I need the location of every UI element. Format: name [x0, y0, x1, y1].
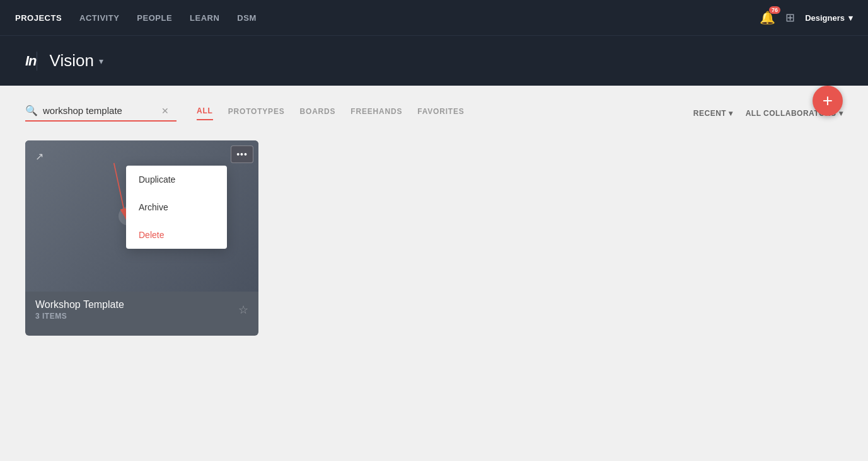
- header-divider: [37, 52, 37, 71]
- filter-tabs: ALL PROTOTYPES BOARDS FREEHANDS FAVORITE…: [197, 106, 465, 120]
- card-footer: Workshop Template 3 ITEMS ☆: [25, 292, 258, 328]
- tab-freehands[interactable]: FREEHANDS: [350, 107, 402, 120]
- search-icon: 🔍: [25, 105, 38, 117]
- workspace-title[interactable]: Vision ▾: [50, 51, 103, 71]
- nav-left: PROJECTS ACTIVITY PEOPLE LEARN DSM: [15, 13, 257, 23]
- favorite-star-icon[interactable]: ☆: [238, 303, 248, 317]
- workspace-name: Vision: [50, 51, 94, 71]
- create-fab-button[interactable]: +: [813, 86, 843, 116]
- tab-boards[interactable]: BOARDS: [300, 107, 336, 120]
- tab-all[interactable]: ALL: [197, 106, 213, 120]
- plus-icon: +: [823, 91, 833, 111]
- notification-badge: 76: [769, 6, 780, 14]
- nav-learn[interactable]: LEARN: [190, 13, 219, 23]
- duplicate-menu-item[interactable]: Duplicate: [126, 166, 227, 193]
- user-label: Designers: [805, 13, 845, 23]
- search-input[interactable]: [43, 105, 156, 116]
- nav-people[interactable]: PEOPLE: [137, 13, 172, 23]
- grid-icon[interactable]: ⊞: [785, 11, 795, 25]
- main-content: 🔍 ✕ ALL PROTOTYPES BOARDS FREEHANDS FAVO…: [0, 86, 868, 461]
- search-area: 🔍 ✕: [25, 105, 176, 122]
- top-nav: PROJECTS ACTIVITY PEOPLE LEARN DSM 🔔 76 …: [0, 0, 868, 35]
- notification-button[interactable]: 🔔 76: [760, 10, 775, 25]
- context-menu: Duplicate Archive Delete: [126, 166, 227, 249]
- invision-logo: In: [25, 53, 37, 69]
- card-subtitle: 3 ITEMS: [35, 312, 124, 321]
- archive-menu-item[interactable]: Archive: [126, 193, 227, 221]
- nav-projects[interactable]: PROJECTS: [15, 13, 62, 23]
- recent-filter[interactable]: RECENT ▾: [693, 109, 733, 118]
- workspace-header: In Vision ▾: [0, 35, 868, 86]
- delete-menu-item[interactable]: Delete: [126, 221, 227, 249]
- nav-links: PROJECTS ACTIVITY PEOPLE LEARN DSM: [15, 13, 257, 23]
- user-chevron-icon: ▾: [848, 13, 853, 23]
- search-filter-row: 🔍 ✕ ALL PROTOTYPES BOARDS FREEHANDS FAVO…: [25, 105, 843, 122]
- share-icon[interactable]: ↗: [35, 151, 43, 162]
- recent-chevron-icon: ▾: [729, 109, 733, 118]
- tab-favorites[interactable]: FAVORITES: [417, 107, 464, 120]
- tab-prototypes[interactable]: PROTOTYPES: [228, 107, 285, 120]
- recent-label: RECENT: [693, 109, 726, 118]
- clear-search-icon[interactable]: ✕: [161, 106, 169, 116]
- nav-dsm[interactable]: DSM: [237, 13, 256, 23]
- ellipsis-icon: •••: [236, 149, 248, 159]
- card-info: Workshop Template 3 ITEMS: [35, 299, 124, 321]
- user-menu[interactable]: Designers ▾: [805, 13, 853, 23]
- card-title: Workshop Template: [35, 299, 124, 310]
- workspace-chevron-icon: ▾: [99, 56, 103, 66]
- nav-activity[interactable]: ACTIVITY: [79, 13, 119, 23]
- more-options-button[interactable]: •••: [231, 145, 253, 163]
- nav-right: 🔔 76 ⊞ Designers ▾: [760, 10, 853, 25]
